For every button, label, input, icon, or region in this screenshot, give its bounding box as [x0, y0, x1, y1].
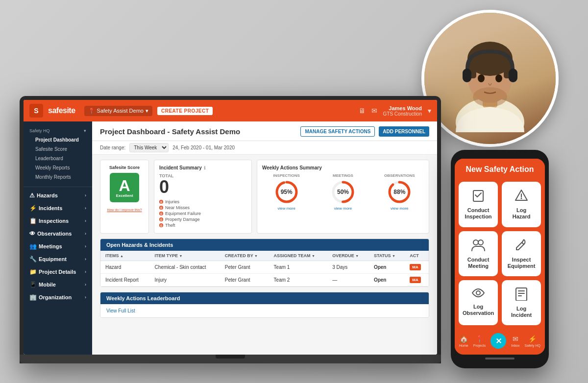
svg-point-19	[521, 198, 522, 199]
action-log-observation[interactable]: LogObservation	[459, 280, 498, 325]
score-grade-box: A Excellent	[110, 173, 139, 202]
sidebar-inspections[interactable]: 📋Inspections ›	[24, 215, 92, 227]
date-range-label: Date range:	[100, 145, 125, 150]
manage-safety-actions-button[interactable]: MANAGE SAFETY ACTIONS	[300, 126, 375, 137]
monitor-icon: 🖥	[359, 107, 366, 115]
sidebar-item-weekly-reports[interactable]: Weekly Reports	[24, 163, 92, 172]
observation-icon: 👁	[29, 230, 35, 237]
gauge-inspections: INSPECTIONS 95% view more	[262, 173, 311, 211]
svg-rect-9	[463, 69, 471, 82]
gauge-meetings-viewmore[interactable]: view more	[318, 206, 367, 211]
action-inspect-equipment[interactable]: InspectEquipment	[502, 231, 541, 276]
sidebar-equipment[interactable]: 🔧Equipment ›	[24, 253, 92, 265]
action-log-incident[interactable]: LogIncident	[502, 280, 541, 325]
safety-hq-label[interactable]: Safety HQ ▾	[24, 126, 92, 135]
hazards-data-table: ITEMS ▲ ITEM TYPE ▼ CREATED BY ▼ ASSIGNE…	[100, 251, 429, 287]
score-card: Safesite Score A Excellent How do I impr…	[100, 160, 149, 234]
phone-nav-safety-hq[interactable]: ⚡ Safety HQ	[525, 335, 540, 347]
sidebar-incidents[interactable]: ⚡Incidents ›	[24, 202, 92, 215]
header-right: 🖥 ✉ James Wood GTS Construction ▾	[359, 105, 431, 117]
svg-point-6	[473, 87, 507, 107]
table-header-row: ITEMS ▲ ITEM TYPE ▼ CREATED BY ▼ ASSIGNE…	[100, 251, 429, 261]
meetings-chevron: ›	[85, 244, 86, 249]
svg-point-7	[478, 74, 485, 82]
dashboard-grid: Safesite Score A Excellent How do I impr…	[92, 155, 437, 239]
safety-hq-icon: ⚡	[525, 335, 540, 343]
phone-nav-close[interactable]: ✕	[490, 333, 506, 349]
gauge-observations-viewmore[interactable]: view more	[375, 206, 424, 211]
view-full-list-link[interactable]: View Full List	[100, 304, 429, 317]
sidebar-observations[interactable]: 👁Observations ›	[24, 227, 92, 240]
sidebar-item-safesite-score[interactable]: Safesite Score	[24, 144, 92, 154]
hazard-icon: ⚠	[29, 192, 35, 199]
phone-nav-projects[interactable]: 📍 Projects	[473, 335, 486, 347]
sidebar-meetings[interactable]: 👥Meetings ›	[24, 240, 92, 253]
safety-hq-section: Safety HQ ▾ Project Dashboard Safesite S…	[24, 123, 92, 185]
svg-point-23	[476, 291, 480, 295]
table-row: Hazard Chemical - Skin contact Peter Gra…	[100, 261, 429, 274]
organization-icon: 🏢	[29, 294, 37, 301]
incident-dot: 0	[159, 212, 163, 215]
conduct-inspection-icon	[463, 189, 494, 205]
gauge-meetings: MEETINGS 50% view more	[318, 173, 367, 211]
row2-status: Open	[369, 274, 405, 287]
row2-created-by: Peter Grant	[220, 274, 269, 287]
sidebar-organization[interactable]: 🏢Organization ›	[24, 291, 92, 304]
create-project-button[interactable]: CREATE PROJECT	[157, 107, 213, 115]
sidebar-project-details[interactable]: 📁Project Details ›	[24, 265, 92, 278]
score-improve-link[interactable]: How do I improve this?	[107, 208, 142, 212]
inspect-equipment-label: InspectEquipment	[506, 257, 537, 269]
sidebar-hazards[interactable]: ⚠Hazards ›	[24, 189, 92, 202]
row1-team: Team 1	[269, 261, 328, 274]
phone-title: New Safety Action	[461, 165, 539, 174]
logo-text: safesite	[48, 106, 75, 115]
project-selector[interactable]: 📍 Safety Assist Demo ▾	[84, 106, 152, 116]
safety-hq-label: Safety HQ	[525, 344, 540, 347]
gauge-meetings-label: MEETINGS	[318, 173, 367, 178]
sidebar: Safety HQ ▾ Project Dashboard Safesite S…	[24, 121, 92, 355]
row1-action[interactable]: MA	[405, 261, 429, 274]
svg-rect-10	[509, 69, 517, 82]
incident-dot: 0	[159, 223, 163, 227]
action-log-hazard[interactable]: LogHazard	[502, 182, 541, 227]
mobile-chevron: ›	[85, 282, 86, 287]
phone-nav-home[interactable]: 🏠 Home	[459, 335, 468, 347]
open-hazards-table: Open Hazards & Incidents ITEMS ▲ ITEM TY…	[100, 239, 429, 287]
svg-rect-24	[516, 288, 527, 301]
col-act: ACT	[405, 251, 429, 261]
sidebar-item-project-dashboard[interactable]: Project Dashboard	[24, 135, 92, 144]
sidebar-item-leaderboard[interactable]: Leaderboard	[24, 154, 92, 163]
sidebar-item-monthly-reports[interactable]: Monthly Reports	[24, 172, 92, 182]
log-observation-icon	[463, 287, 494, 302]
score-title: Safesite Score	[105, 165, 144, 170]
equipment-chevron: ›	[85, 257, 86, 262]
leaderboard-section: Weekly Actions Leaderboard View Full Lis…	[100, 292, 429, 318]
conduct-meeting-icon	[463, 238, 494, 255]
incident-item-near-misses: 0 Near Misses	[159, 205, 246, 211]
svg-point-12	[277, 182, 296, 202]
phone-header: New Safety Action	[455, 159, 545, 178]
action-conduct-meeting[interactable]: ConductMeeting	[459, 231, 498, 276]
close-icon: ✕	[495, 336, 502, 346]
incident-item-property: 0 Property Damage	[159, 216, 246, 222]
chevron-down-icon: ▾	[146, 108, 148, 114]
date-range-select[interactable]: This Week Last Week This Month	[129, 143, 169, 152]
add-personnel-button[interactable]: ADD PERSONNEL	[379, 126, 429, 137]
gauge-inspections-viewmore[interactable]: view more	[262, 206, 311, 211]
incident-summary-card: Incident Summary ℹ TOTAL 0 0 Injuries 0	[154, 160, 252, 234]
app-layout: Safety HQ ▾ Project Dashboard Safesite S…	[24, 121, 437, 355]
row2-action[interactable]: MA	[405, 274, 429, 287]
app-header: S safesite 📍 Safety Assist Demo ▾ CREATE…	[24, 100, 437, 121]
laptop-base	[20, 355, 441, 363]
sidebar-divider-1	[24, 187, 92, 187]
incident-dot: 0	[159, 217, 163, 221]
incident-total-label: TOTAL	[159, 173, 246, 178]
action-conduct-inspection[interactable]: ConductInspection	[459, 182, 498, 227]
observations-chevron: ›	[85, 231, 86, 236]
row2-action-button[interactable]: MA	[410, 277, 420, 283]
sidebar-mobile[interactable]: 📱Mobile ›	[24, 278, 92, 291]
home-icon: 🏠	[459, 335, 468, 343]
phone-nav-inbox[interactable]: ✉ Inbox	[511, 335, 519, 347]
conduct-meeting-label: ConductMeeting	[463, 257, 494, 269]
row1-action-button[interactable]: MA	[410, 264, 420, 270]
